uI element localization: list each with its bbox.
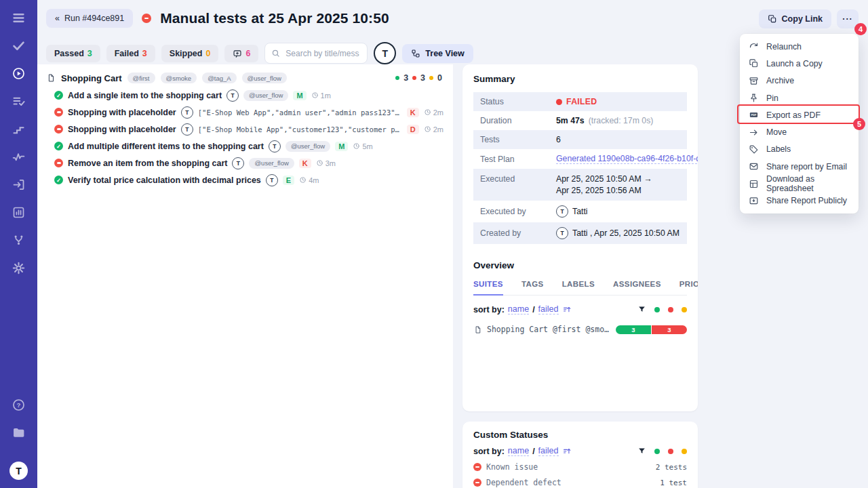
menu-item-label: Share report by Email bbox=[766, 162, 847, 171]
funnel-filter-icon[interactable] bbox=[637, 305, 646, 314]
funnel-filter-icon[interactable] bbox=[637, 447, 646, 455]
tab-assignees[interactable]: ASSIGNEES bbox=[613, 280, 661, 295]
sort-by-name-link[interactable]: name bbox=[508, 304, 529, 314]
test-title[interactable]: Shopping with placeholder bbox=[68, 125, 176, 134]
custom-status-row[interactable]: Known issue 2 tests bbox=[473, 462, 687, 472]
test-row[interactable]: Add multiple different items to the shop… bbox=[46, 138, 443, 155]
overview-sort-row: sort by: name / failed bbox=[473, 304, 687, 314]
menu-item-download-as-spreadsheet[interactable]: Download as Spreadsheet bbox=[740, 175, 859, 192]
test-list-panel: Shopping Cart @first @smoke @tag_A @user… bbox=[37, 64, 453, 488]
user-avatar[interactable]: T bbox=[9, 462, 28, 480]
menu-item-relaunch[interactable]: Relaunch bbox=[740, 38, 859, 55]
testomat-logo-icon[interactable]: T bbox=[374, 42, 396, 64]
label-tag-icon bbox=[749, 144, 759, 155]
toggle-skipped-dot[interactable] bbox=[682, 307, 687, 312]
tree-view-icon bbox=[411, 49, 420, 58]
custom-status-count: 2 tests bbox=[656, 463, 687, 472]
filter-skipped[interactable]: Skipped0 bbox=[161, 45, 219, 62]
bar-failed-segment: 3 bbox=[651, 325, 687, 334]
runs-play-icon[interactable] bbox=[11, 65, 27, 81]
test-row[interactable]: Shopping with placeholder T ["E-Shop Web… bbox=[46, 104, 443, 121]
test-plan-link[interactable]: Generated 1190e08b-ca96-4f26-b10f-d6dc..… bbox=[556, 154, 698, 164]
sort-by-failed-link[interactable]: failed bbox=[538, 446, 559, 456]
toggle-failed-dot[interactable] bbox=[668, 307, 673, 312]
menu-item-archive[interactable]: Archive bbox=[740, 73, 859, 89]
back-chevron-icon: « bbox=[55, 14, 60, 23]
svg-text:PDF: PDF bbox=[751, 115, 757, 117]
test-title[interactable]: Shopping with placeholder bbox=[68, 108, 176, 117]
menu-item-labels[interactable]: Labels bbox=[740, 141, 859, 158]
menu-icon[interactable] bbox=[11, 9, 27, 26]
test-plans-icon[interactable] bbox=[11, 93, 27, 109]
suite-file-icon bbox=[473, 325, 482, 334]
clock-icon bbox=[316, 159, 323, 167]
analytics-icon[interactable] bbox=[11, 204, 27, 220]
filter-passed[interactable]: Passed3 bbox=[46, 45, 100, 62]
menu-item-export-as-pdf[interactable]: PDF Export as PDF bbox=[740, 106, 859, 123]
test-title[interactable]: Remove an item from the shopping cart bbox=[68, 159, 227, 168]
copy-link-button[interactable]: Copy Link bbox=[759, 9, 831, 28]
test-tag[interactable]: @user_flow bbox=[243, 90, 288, 101]
overview-suite-name[interactable]: Shopping Cart @first @smoke … bbox=[487, 325, 611, 334]
failed-count: 3 bbox=[142, 49, 147, 58]
toggle-failed-dot[interactable] bbox=[668, 449, 673, 454]
test-tag[interactable]: @user_flow bbox=[249, 158, 294, 169]
menu-item-move[interactable]: Move bbox=[740, 123, 859, 140]
tab-priority[interactable]: PRIORITY bbox=[679, 280, 698, 295]
help-icon[interactable]: ? bbox=[11, 396, 27, 413]
test-row[interactable]: Verify total price calculation with deci… bbox=[46, 171, 443, 188]
test-title[interactable]: Add a single item to the shopping cart bbox=[68, 91, 222, 100]
test-data-snippet: ["E-Shop Web App","admin_user","admin_pa… bbox=[198, 108, 402, 117]
projects-folder-icon[interactable] bbox=[11, 424, 27, 441]
sort-separator: / bbox=[532, 447, 534, 456]
toggle-passed-dot[interactable] bbox=[654, 307, 660, 312]
menu-item-label: Download as Spreadsheet bbox=[766, 174, 850, 193]
menu-item-share-report-by-email[interactable]: Share report by Email bbox=[740, 158, 859, 175]
menu-item-pin[interactable]: Pin bbox=[740, 89, 859, 106]
test-title[interactable]: Verify total price calculation with deci… bbox=[68, 176, 261, 185]
svg-text:?: ? bbox=[17, 401, 21, 409]
suite-tag[interactable]: @user_flow bbox=[242, 73, 287, 83]
search-input[interactable] bbox=[284, 48, 361, 59]
toggle-passed-dot[interactable] bbox=[654, 449, 660, 454]
sort-by-failed-link[interactable]: failed bbox=[538, 304, 559, 314]
tests-count-value: 6 bbox=[556, 135, 680, 144]
settings-gear-icon[interactable] bbox=[11, 260, 27, 276]
passed-label: Passed bbox=[54, 49, 84, 58]
sort-by-name-link[interactable]: name bbox=[508, 446, 529, 456]
menu-item-launch-a-copy[interactable]: Launch a Copy bbox=[740, 55, 859, 72]
filter-failed[interactable]: Failed3 bbox=[106, 45, 155, 62]
tab-tags[interactable]: TAGS bbox=[521, 280, 544, 295]
custom-status-row[interactable]: Dependent defect 1 test bbox=[473, 478, 687, 487]
pulse-icon[interactable] bbox=[11, 148, 27, 165]
tab-suites[interactable]: SUITES bbox=[473, 280, 503, 296]
toggle-skipped-dot[interactable] bbox=[682, 449, 687, 454]
steps-icon[interactable] bbox=[11, 121, 27, 137]
copy-icon bbox=[768, 14, 777, 24]
sort-ascending-icon bbox=[562, 305, 572, 314]
test-tag[interactable]: @user_flow bbox=[285, 141, 330, 152]
executed-to: Apr 25, 2025 10:56 AM bbox=[556, 185, 680, 197]
back-to-run-button[interactable]: «Run #494ce891 bbox=[46, 9, 133, 28]
suite-name: Shopping Cart bbox=[61, 73, 122, 83]
branch-icon[interactable] bbox=[11, 232, 27, 248]
tab-labels[interactable]: LABELS bbox=[562, 280, 595, 295]
tree-view-button[interactable]: Tree View bbox=[402, 44, 473, 63]
search-box bbox=[264, 43, 368, 64]
clock-icon bbox=[424, 108, 431, 116]
import-icon[interactable] bbox=[11, 176, 27, 192]
tests-check-icon[interactable] bbox=[11, 37, 27, 54]
overview-suite-row[interactable]: Shopping Cart @first @smoke … 3 3 bbox=[473, 325, 687, 334]
test-title[interactable]: Add multiple different items to the shop… bbox=[68, 142, 264, 151]
test-row[interactable]: Add a single item to the shopping cart T… bbox=[46, 87, 443, 104]
menu-item-share-report-publicly[interactable]: Share Report Publicly bbox=[740, 192, 859, 209]
test-row[interactable]: Remove an item from the shopping cart T … bbox=[46, 155, 443, 171]
suite-tag[interactable]: @first bbox=[127, 73, 155, 83]
assignee-avatar: T bbox=[181, 106, 193, 119]
test-row[interactable]: Shopping with placeholder T ["E-Shop Mob… bbox=[46, 121, 443, 138]
suite-tag[interactable]: @tag_A bbox=[202, 73, 236, 83]
suite-header-row[interactable]: Shopping Cart @first @smoke @tag_A @user… bbox=[46, 69, 443, 87]
filter-comments[interactable]: 6 bbox=[224, 45, 258, 62]
suite-tag[interactable]: @smoke bbox=[161, 73, 197, 83]
test-duration: 4m bbox=[299, 176, 319, 184]
